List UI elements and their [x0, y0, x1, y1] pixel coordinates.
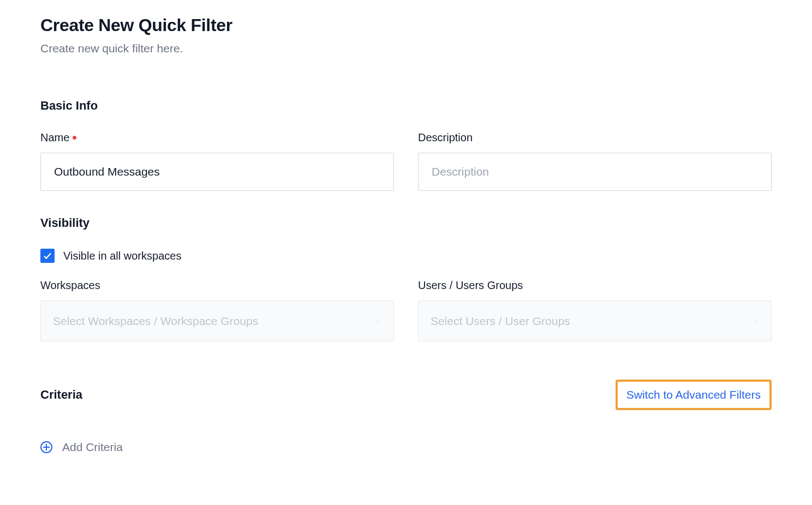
- description-field: Description: [418, 131, 772, 191]
- description-label: Description: [418, 131, 772, 144]
- chevron-down-icon: [751, 317, 759, 325]
- visibility-selects-row: Workspaces Select Workspaces / Workspace…: [40, 279, 772, 341]
- users-label-text: Users / Users Groups: [418, 279, 523, 292]
- workspaces-field: Workspaces Select Workspaces / Workspace…: [40, 279, 394, 341]
- workspaces-label: Workspaces: [40, 279, 394, 292]
- plus-circle-icon: [40, 441, 52, 453]
- name-input[interactable]: [40, 153, 394, 191]
- visible-all-row: Visible in all workspaces: [40, 249, 772, 263]
- page-subtitle: Create new quick filter here.: [40, 42, 772, 55]
- workspaces-label-text: Workspaces: [40, 279, 100, 292]
- name-label: Name: [40, 131, 394, 144]
- add-criteria-button[interactable]: Add Criteria: [40, 441, 772, 454]
- create-quick-filter-page: Create New Quick Filter Create new quick…: [0, 0, 812, 505]
- description-label-text: Description: [418, 131, 473, 144]
- criteria-header: Criteria Switch to Advanced Filters: [40, 380, 772, 410]
- description-input[interactable]: [418, 153, 772, 191]
- section-basic-info-title: Basic Info: [40, 99, 772, 113]
- chevron-down-icon: [374, 317, 381, 325]
- visible-all-label: Visible in all workspaces: [63, 250, 181, 262]
- name-label-text: Name: [40, 131, 69, 144]
- workspaces-placeholder: Select Workspaces / Workspace Groups: [53, 315, 258, 328]
- workspaces-select[interactable]: Select Workspaces / Workspace Groups: [40, 300, 394, 341]
- users-select[interactable]: Select Users / User Groups: [418, 300, 772, 341]
- section-visibility-title: Visibility: [40, 216, 772, 230]
- section-criteria-title: Criteria: [40, 388, 82, 402]
- required-indicator-icon: [73, 136, 76, 140]
- switch-advanced-filters-link[interactable]: Switch to Advanced Filters: [616, 380, 772, 410]
- add-criteria-label: Add Criteria: [62, 441, 123, 454]
- visible-all-checkbox[interactable]: [40, 249, 55, 263]
- page-title: Create New Quick Filter: [40, 15, 772, 35]
- basic-info-row: Name Description: [40, 131, 772, 191]
- name-field: Name: [40, 131, 394, 191]
- users-label: Users / Users Groups: [418, 279, 772, 292]
- users-placeholder: Select Users / User Groups: [431, 315, 570, 328]
- users-field: Users / Users Groups Select Users / User…: [418, 279, 772, 341]
- check-icon: [43, 251, 52, 261]
